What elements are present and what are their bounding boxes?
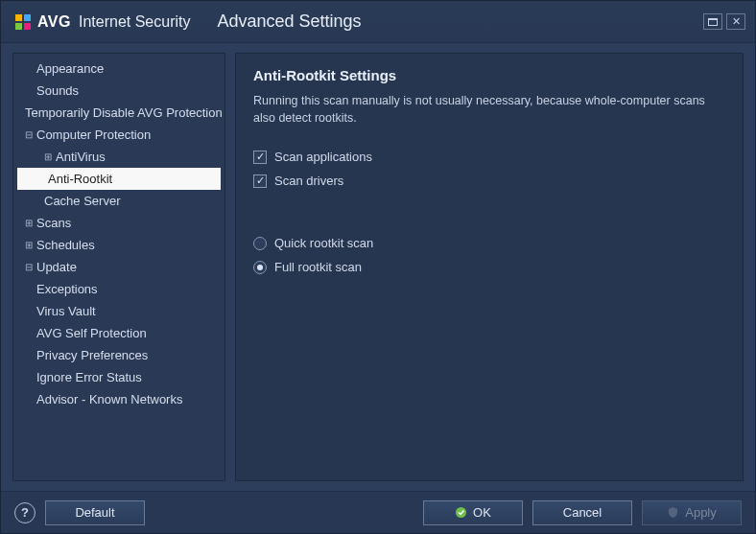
tree-item-virus-vault[interactable]: Virus Vault <box>13 300 224 322</box>
checkbox-box[interactable]: ✓ <box>253 151 267 164</box>
tree-item-label: AntiVirus <box>56 148 106 166</box>
tree-item-label: Cache Server <box>44 192 120 210</box>
tree-item-label: Scans <box>36 214 71 232</box>
tree-item-privacy-preferences[interactable]: Privacy Preferences <box>13 344 224 366</box>
expand-icon[interactable]: ⊞ <box>23 214 35 232</box>
tree-item-label: Virus Vault <box>36 302 96 320</box>
tree-item-label: Update <box>36 258 77 276</box>
collapse-icon[interactable]: ⊟ <box>23 126 35 144</box>
content-panel: Anti-Rootkit Settings Running this scan … <box>235 53 744 481</box>
tree-item-cache-server[interactable]: Cache Server <box>13 190 224 212</box>
tree-item-appearance[interactable]: Appearance <box>13 58 224 80</box>
radio-button[interactable] <box>253 237 267 250</box>
tree-item-avg-self-protection[interactable]: AVG Self Protection <box>13 322 224 344</box>
radio-button[interactable] <box>253 261 267 274</box>
svg-rect-1 <box>24 14 31 21</box>
svg-point-6 <box>456 507 466 518</box>
maximize-button[interactable] <box>703 13 722 30</box>
tree-item-anti-rootkit[interactable]: Anti-Rootkit <box>17 168 221 190</box>
cancel-button-label: Cancel <box>563 505 602 520</box>
tree-item-temporarily-disable-avg-protection[interactable]: Temporarily Disable AVG Protection <box>13 102 224 124</box>
tree-item-advisor-known-networks[interactable]: Advisor - Known Networks <box>13 388 224 410</box>
tree-item-label: Computer Protection <box>36 126 151 144</box>
tree-item-computer-protection[interactable]: ⊟Computer Protection <box>13 124 224 146</box>
tree-item-label: Sounds <box>36 81 79 100</box>
close-button[interactable]: ✕ <box>726 13 745 30</box>
radio-label: Full rootkit scan <box>274 260 362 274</box>
panel-description: Running this scan manually is not usuall… <box>253 93 725 127</box>
tree-item-label: Schedules <box>36 236 95 254</box>
tree-item-ignore-error-status[interactable]: Ignore Error Status <box>13 366 224 388</box>
tree-item-update[interactable]: ⊟Update <box>13 256 224 278</box>
footer: ? Default OK Cancel Apply <box>1 491 755 533</box>
checkbox-label: Scan drivers <box>274 174 343 188</box>
shield-icon <box>667 506 679 519</box>
tree-item-scans[interactable]: ⊞Scans <box>13 212 224 234</box>
apply-button[interactable]: Apply <box>642 500 742 525</box>
settings-tree[interactable]: AppearanceSoundsTemporarily Disable AVG … <box>12 53 225 481</box>
apply-button-label: Apply <box>685 505 717 520</box>
window-title: Advanced Settings <box>217 12 361 32</box>
tree-item-label: Privacy Preferences <box>36 346 148 364</box>
brand-text: AVG <box>37 13 71 31</box>
ok-icon <box>455 506 467 519</box>
tree-item-label: AVG Self Protection <box>36 324 147 342</box>
avg-logo-icon <box>14 13 32 31</box>
window-controls: ✕ <box>703 13 745 30</box>
brand-subtitle: Internet Security <box>79 13 191 31</box>
settings-window: AVG Internet Security Advanced Settings … <box>0 0 756 534</box>
tree-item-antivirus[interactable]: ⊞AntiVirus <box>13 146 224 168</box>
tree-item-sounds[interactable]: Sounds <box>13 80 224 102</box>
radio-label: Quick rootkit scan <box>274 236 373 250</box>
titlebar: AVG Internet Security Advanced Settings … <box>1 1 755 43</box>
ok-button-label: OK <box>473 505 491 520</box>
tree-item-schedules[interactable]: ⊞Schedules <box>13 234 224 256</box>
radio-quick-rootkit-scan[interactable]: Quick rootkit scan <box>253 236 725 250</box>
tree-item-label: Temporarily Disable AVG Protection <box>25 104 223 122</box>
expand-icon[interactable]: ⊞ <box>23 236 35 254</box>
svg-rect-2 <box>15 23 22 30</box>
cancel-button[interactable]: Cancel <box>532 500 632 525</box>
svg-rect-3 <box>24 23 31 30</box>
tree-item-label: Ignore Error Status <box>36 368 142 386</box>
tree-item-label: Anti-Rootkit <box>48 170 112 188</box>
body: AppearanceSoundsTemporarily Disable AVG … <box>1 43 755 491</box>
tree-item-label: Appearance <box>36 59 104 78</box>
radio-full-rootkit-scan[interactable]: Full rootkit scan <box>253 260 725 274</box>
panel-heading: Anti-Rootkit Settings <box>253 67 725 83</box>
brand: AVG Internet Security <box>14 13 190 31</box>
checkbox-box[interactable]: ✓ <box>253 174 267 188</box>
checkbox-label: Scan applications <box>274 150 372 164</box>
expand-icon[interactable]: ⊞ <box>42 148 54 166</box>
help-button[interactable]: ? <box>14 502 35 523</box>
tree-item-label: Exceptions <box>36 280 98 298</box>
tree-item-label: Advisor - Known Networks <box>36 390 182 408</box>
checkbox-scan-drivers[interactable]: ✓Scan drivers <box>253 174 725 188</box>
default-button[interactable]: Default <box>45 500 145 525</box>
default-button-label: Default <box>75 505 114 520</box>
tree-item-exceptions[interactable]: Exceptions <box>13 278 224 300</box>
checkbox-scan-applications[interactable]: ✓Scan applications <box>253 150 725 164</box>
collapse-icon[interactable]: ⊟ <box>23 258 35 276</box>
ok-button[interactable]: OK <box>423 500 523 525</box>
svg-rect-0 <box>15 14 22 21</box>
